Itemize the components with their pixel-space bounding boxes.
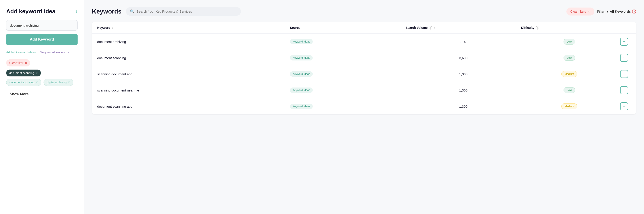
col-source: Source: [290, 26, 406, 30]
keyword-input[interactable]: [6, 20, 78, 31]
add-keyword-row-button[interactable]: +: [620, 70, 628, 78]
cell-source: Keyword Ideas: [290, 104, 406, 109]
tabs-row: Added keyword ideas Suggested keywords: [6, 51, 78, 55]
show-more-button[interactable]: ↓ Show More: [6, 90, 78, 98]
cell-difficulty: Low: [521, 55, 618, 61]
col-action: [618, 26, 631, 30]
filter-row: Clear filter ✕: [6, 59, 78, 66]
add-keyword-row-button[interactable]: +: [620, 102, 628, 110]
cell-difficulty: Low: [521, 39, 618, 45]
cell-difficulty: Medium: [521, 71, 618, 77]
tag-remove-icon[interactable]: ✕: [36, 72, 38, 75]
cell-difficulty: Medium: [521, 103, 618, 109]
tag-digital-archiving[interactable]: digital archiving ✕: [44, 79, 74, 86]
cell-action: +: [618, 54, 631, 62]
cell-keyword: scanning document near me: [97, 88, 290, 92]
col-keyword: Keyword ↓: [97, 26, 290, 30]
source-badge: Keyword Ideas: [290, 39, 313, 44]
table-row: document scanning Keyword Ideas 3,600 Lo…: [92, 50, 636, 66]
keywords-table: Keyword ↓ Source Search Volume i ↑ Diffi…: [92, 22, 636, 114]
cell-keyword: document archiving: [97, 40, 290, 44]
col-difficulty: Difficulty i ↓: [521, 26, 618, 30]
panel-header: Add keyword idea ↓: [6, 8, 78, 15]
filter-dropdown[interactable]: Filter: ▾ All Keywords ?: [597, 10, 636, 14]
source-badge: Keyword Ideas: [290, 55, 313, 60]
table-header: Keyword ↓ Source Search Volume i ↑ Diffi…: [92, 22, 636, 34]
difficulty-badge: Low: [564, 87, 575, 93]
volume-info-icon: i: [429, 26, 432, 30]
clear-filter-close-icon: ✕: [25, 61, 27, 65]
difficulty-info-icon: i: [536, 26, 539, 30]
cell-action: +: [618, 86, 631, 94]
table-row: document archiving Keyword Ideas 320 Low…: [92, 34, 636, 50]
cell-difficulty: Low: [521, 87, 618, 93]
panel-title: Add keyword idea: [6, 8, 56, 15]
col-volume: Search Volume i ↑: [406, 26, 521, 30]
clear-filters-close-icon: ✕: [588, 10, 590, 13]
keyword-tags: document scanning ✕ document archiving ✕…: [6, 70, 78, 86]
table-row: scanning document app Keyword Ideas 1,30…: [92, 66, 636, 82]
source-badge: Keyword Ideas: [290, 87, 313, 93]
difficulty-sort-icon[interactable]: ↓: [540, 26, 542, 29]
cell-keyword: document scanning: [97, 56, 290, 60]
show-more-down-icon: ↓: [6, 92, 8, 96]
filter-area: Clear filters ✕ Filter: ▾ All Keywords ?: [566, 8, 636, 16]
table-row: document scanning app Keyword Ideas 1,30…: [92, 98, 636, 114]
cell-action: +: [618, 102, 631, 110]
tag-document-scanning[interactable]: document scanning ✕: [6, 70, 41, 76]
cell-keyword: scanning document app: [97, 72, 290, 76]
add-keyword-row-button[interactable]: +: [620, 54, 628, 62]
cell-source: Keyword Ideas: [290, 39, 406, 44]
cell-action: +: [618, 38, 631, 46]
cell-source: Keyword Ideas: [290, 71, 406, 77]
add-keyword-button[interactable]: Add Keyword: [6, 34, 78, 45]
right-panel: Keywords 🔍 Clear filters ✕ Filter: ▾ All…: [84, 0, 644, 214]
cell-volume: 1,300: [406, 88, 521, 92]
keywords-header: Keywords 🔍 Clear filters ✕ Filter: ▾ All…: [92, 7, 636, 16]
cell-action: +: [618, 70, 631, 78]
cell-volume: 320: [406, 40, 521, 44]
tab-added-keyword-ideas[interactable]: Added keyword ideas: [6, 51, 36, 55]
keywords-title: Keywords: [92, 8, 122, 15]
clear-filters-button[interactable]: Clear filters ✕: [566, 8, 594, 16]
down-arrow-icon: ↓: [75, 9, 78, 14]
cell-source: Keyword Ideas: [290, 87, 406, 93]
cell-volume: 1,300: [406, 72, 521, 76]
clear-filter-button[interactable]: Clear filter ✕: [6, 59, 30, 66]
add-keyword-row-button[interactable]: +: [620, 38, 628, 46]
cell-volume: 1,300: [406, 104, 521, 108]
tag-remove-icon[interactable]: ✕: [68, 81, 70, 84]
left-panel: Add keyword idea ↓ Add Keyword Added key…: [0, 0, 84, 214]
tab-suggested-keywords[interactable]: Suggested keywords: [40, 51, 69, 55]
all-keywords-help-icon: ?: [632, 10, 636, 14]
table-row: scanning document near me Keyword Ideas …: [92, 82, 636, 98]
tag-document-archiving[interactable]: document archiving ✕: [6, 79, 41, 86]
source-badge: Keyword Ideas: [290, 71, 313, 77]
difficulty-badge: Low: [564, 55, 575, 61]
cell-source: Keyword Ideas: [290, 55, 406, 60]
keyword-sort-icon[interactable]: ↓: [112, 26, 113, 29]
tag-remove-icon[interactable]: ✕: [36, 81, 38, 84]
cell-volume: 3,600: [406, 56, 521, 60]
source-badge: Keyword Ideas: [290, 104, 313, 109]
search-bar: 🔍: [126, 7, 241, 16]
difficulty-badge: Medium: [561, 103, 578, 109]
keyword-search-input[interactable]: [136, 10, 237, 13]
cell-keyword: document scanning app: [97, 104, 290, 108]
difficulty-badge: Low: [564, 39, 575, 45]
difficulty-badge: Medium: [561, 71, 578, 77]
search-icon: 🔍: [130, 9, 134, 14]
add-keyword-row-button[interactable]: +: [620, 86, 628, 94]
volume-sort-icon[interactable]: ↑: [434, 26, 435, 29]
filter-chevron-icon: ▾: [607, 10, 608, 14]
